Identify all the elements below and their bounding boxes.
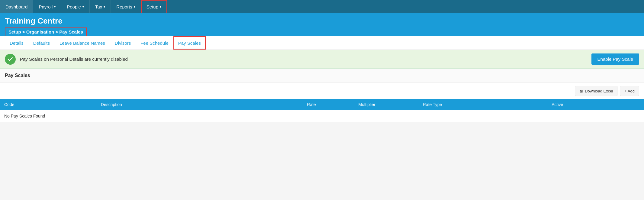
enable-pay-scale-button[interactable]: Enable Pay Scale (591, 53, 639, 65)
col-header-multiplier: Multiplier (354, 99, 419, 110)
col-header-description: Description (97, 99, 303, 110)
nav-label-people: People (67, 4, 81, 9)
nav-label-reports: Reports (116, 4, 132, 9)
col-header-rate: Rate (303, 99, 354, 110)
tab-label-defaults: Defaults (33, 40, 50, 46)
nav-item-dashboard[interactable]: Dashboard (0, 0, 33, 13)
chevron-down-icon: ▾ (104, 5, 105, 8)
tab-fee-schedule[interactable]: Fee Schedule (136, 36, 173, 50)
excel-icon: ⊠ (579, 89, 583, 93)
tab-label-divisors: Divisors (115, 40, 131, 46)
breadcrumb: Setup > Organisation > Pay Scales (5, 27, 87, 36)
header-banner: Training Centre Setup > Organisation > P… (0, 13, 644, 36)
tab-details[interactable]: Details (5, 36, 28, 50)
tab-defaults[interactable]: Defaults (28, 36, 55, 50)
table-row-empty: No Pay Scales Found (0, 110, 644, 122)
tab-label-fee-schedule: Fee Schedule (140, 40, 169, 46)
empty-message: No Pay Scales Found (0, 110, 644, 122)
tab-bar: Details Defaults Leave Balance Names Div… (0, 36, 644, 50)
col-header-rate-type: Rate Type (419, 99, 547, 110)
pay-scales-table: Code Description Rate Multiplier Rate Ty… (0, 99, 644, 122)
table-header-row: Code Description Rate Multiplier Rate Ty… (0, 99, 644, 110)
download-excel-button[interactable]: ⊠ Download Excel (575, 86, 617, 96)
tab-leave-balance-names[interactable]: Leave Balance Names (55, 36, 110, 50)
nav-label-dashboard: Dashboard (5, 4, 27, 9)
nav-item-tax[interactable]: Tax ▾ (90, 0, 111, 13)
table-toolbar: ⊠ Download Excel + Add (0, 83, 644, 99)
chevron-down-icon: ▾ (160, 5, 161, 8)
nav-item-people[interactable]: People ▾ (61, 0, 90, 13)
notice-text: Pay Scales on Personal Details are curre… (20, 56, 587, 62)
top-navigation: Dashboard Payroll ▾ People ▾ Tax ▾ Repor… (0, 0, 644, 13)
tab-label-leave-balance-names: Leave Balance Names (60, 40, 105, 46)
nav-label-tax: Tax (95, 4, 102, 9)
tab-pay-scales[interactable]: Pay Scales (173, 36, 206, 50)
download-excel-label: Download Excel (585, 89, 613, 93)
tab-label-pay-scales: Pay Scales (178, 40, 201, 46)
check-icon (5, 54, 16, 65)
tab-label-details: Details (10, 40, 24, 46)
chevron-down-icon: ▾ (82, 5, 84, 8)
nav-item-setup[interactable]: Setup ▾ (141, 0, 167, 13)
pay-scales-header: Pay Scales (0, 69, 644, 83)
pay-scales-section: Pay Scales ⊠ Download Excel + Add Code D… (0, 69, 644, 122)
notice-bar: Pay Scales on Personal Details are curre… (0, 50, 644, 69)
col-header-actions (625, 99, 644, 110)
col-header-code: Code (0, 99, 97, 110)
add-button[interactable]: + Add (620, 86, 639, 96)
tab-divisors[interactable]: Divisors (110, 36, 136, 50)
col-header-active: Active (547, 99, 625, 110)
nav-item-payroll[interactable]: Payroll ▾ (33, 0, 61, 13)
chevron-down-icon: ▾ (54, 5, 56, 8)
main-content: Pay Scales on Personal Details are curre… (0, 50, 644, 122)
nav-label-payroll: Payroll (39, 4, 53, 9)
chevron-down-icon: ▾ (134, 5, 135, 8)
site-title: Training Centre (5, 16, 639, 27)
nav-label-setup: Setup (147, 4, 158, 9)
breadcrumb-link[interactable]: Setup > Organisation > Pay Scales (8, 29, 83, 34)
nav-item-reports[interactable]: Reports ▾ (111, 0, 141, 13)
